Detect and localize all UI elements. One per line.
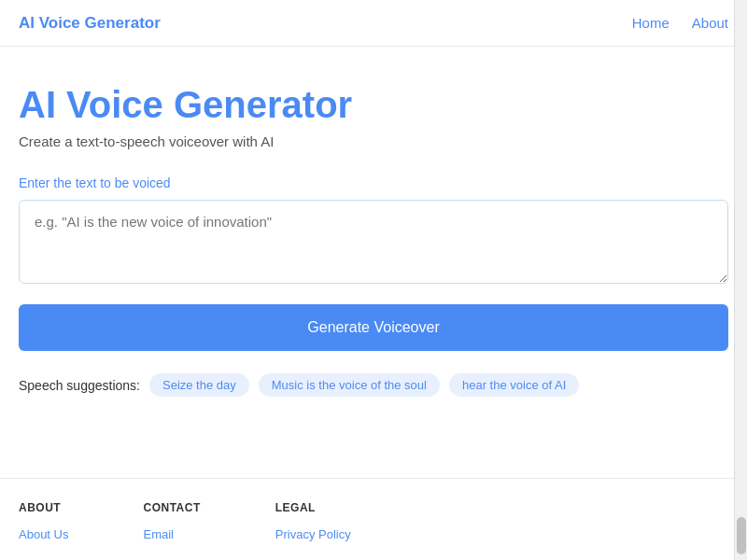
suggestion-chip-2[interactable]: hear the voice of AI: [449, 373, 579, 397]
suggestion-chip-0[interactable]: Seize the day: [149, 373, 249, 397]
generate-button[interactable]: Generate Voiceover: [19, 304, 728, 351]
input-label: Enter the text to be voiced: [19, 175, 728, 190]
footer-col-contact: CONTACT Email: [143, 501, 200, 541]
suggestions-label: Speech suggestions:: [19, 378, 140, 393]
header: AI Voice Generator Home About: [0, 0, 747, 47]
footer-heading-about: ABOUT: [19, 501, 68, 514]
suggestions-row: Speech suggestions: Seize the day Music …: [19, 373, 728, 397]
nav-link-home[interactable]: Home: [632, 15, 669, 31]
scrollbar-area[interactable]: [734, 0, 747, 560]
footer: ABOUT About Us CONTACT Email LEGAL Priva…: [0, 478, 747, 560]
main-content: AI Voice Generator Create a text-to-spee…: [0, 47, 747, 415]
footer-heading-legal: LEGAL: [275, 501, 351, 514]
footer-link-email[interactable]: Email: [143, 527, 200, 541]
scrollbar-thumb[interactable]: [737, 517, 746, 554]
footer-link-about-us[interactable]: About Us: [19, 527, 68, 541]
footer-link-privacy[interactable]: Privacy Policy: [275, 527, 351, 541]
page-subtitle: Create a text-to-speech voiceover with A…: [19, 133, 728, 149]
footer-col-legal: LEGAL Privacy Policy: [275, 501, 351, 541]
suggestion-chip-1[interactable]: Music is the voice of the soul: [259, 373, 440, 397]
nav: Home About: [632, 15, 728, 31]
nav-brand[interactable]: AI Voice Generator: [19, 14, 161, 33]
footer-col-about: ABOUT About Us: [19, 501, 68, 541]
footer-heading-contact: CONTACT: [143, 501, 200, 514]
nav-link-about[interactable]: About: [692, 15, 728, 31]
text-input[interactable]: [19, 200, 728, 284]
page-title: AI Voice Generator: [19, 84, 728, 126]
